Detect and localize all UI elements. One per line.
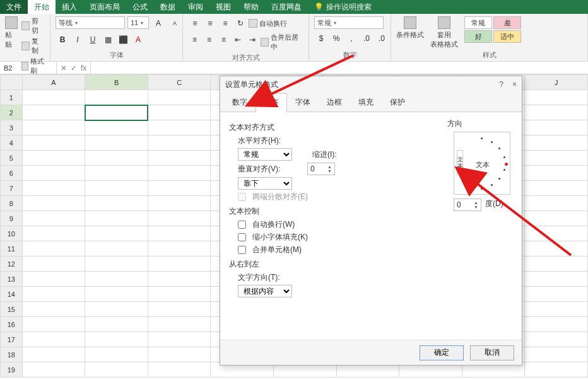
select-all-corner[interactable] xyxy=(1,75,23,90)
font-color-button[interactable]: A xyxy=(131,33,145,47)
cell[interactable] xyxy=(85,211,148,226)
cell[interactable] xyxy=(525,120,588,135)
orient-button[interactable]: ↻ xyxy=(233,16,247,30)
cancel-formula-icon[interactable]: ✕ xyxy=(61,64,67,72)
decrease-font-button[interactable]: A xyxy=(168,16,182,30)
copy-button[interactable]: 复制 xyxy=(21,37,45,55)
dialog-tab-number[interactable]: 数字 xyxy=(224,93,256,112)
row-header-16[interactable]: 16 xyxy=(1,317,23,332)
cell[interactable] xyxy=(85,120,148,135)
align-top-button[interactable]: ≡ xyxy=(188,16,202,30)
cell[interactable] xyxy=(22,196,85,211)
degree-spinner[interactable]: 0 ▲▼ xyxy=(454,199,481,211)
cell[interactable] xyxy=(148,347,211,362)
percent-button[interactable]: % xyxy=(329,32,343,45)
cell[interactable] xyxy=(22,287,85,302)
cell[interactable] xyxy=(85,317,148,332)
cell[interactable] xyxy=(85,166,148,181)
cell[interactable] xyxy=(22,105,85,120)
tab-view[interactable]: 视图 xyxy=(209,0,237,14)
italic-button[interactable]: I xyxy=(71,33,85,47)
increase-font-button[interactable]: A xyxy=(151,16,165,30)
cell[interactable] xyxy=(22,347,85,362)
cell[interactable] xyxy=(148,226,211,241)
cell[interactable] xyxy=(525,347,588,362)
cell[interactable] xyxy=(148,302,211,317)
underline-button[interactable]: U xyxy=(86,33,100,47)
h-align-select[interactable]: 常规 xyxy=(238,148,292,161)
row-header-15[interactable]: 15 xyxy=(1,302,23,317)
cell[interactable] xyxy=(85,151,148,166)
cell[interactable] xyxy=(148,196,211,211)
row-header-6[interactable]: 6 xyxy=(1,166,23,181)
align-middle-button[interactable]: ≡ xyxy=(203,16,217,30)
cell[interactable] xyxy=(22,302,85,317)
cell[interactable] xyxy=(148,105,211,120)
cell[interactable] xyxy=(85,90,148,105)
cell[interactable] xyxy=(22,166,85,181)
cancel-button[interactable]: 取消 xyxy=(470,345,514,360)
cell[interactable] xyxy=(148,332,211,347)
align-center-button[interactable]: ≡ xyxy=(203,33,216,47)
cell[interactable] xyxy=(525,105,588,120)
cell[interactable] xyxy=(85,135,148,151)
formula-input[interactable] xyxy=(91,62,588,74)
number-format-combo[interactable]: 常规▾ xyxy=(314,16,384,29)
row-header-18[interactable]: 18 xyxy=(1,347,23,362)
format-as-table-button[interactable]: 套用 表格格式 xyxy=(430,16,458,49)
cell[interactable] xyxy=(22,181,85,196)
cell[interactable] xyxy=(525,135,588,151)
cell[interactable] xyxy=(525,151,588,166)
orientation-dial[interactable]: 文本 文本 xyxy=(454,132,510,195)
cell[interactable] xyxy=(22,317,85,332)
cell[interactable] xyxy=(525,166,588,181)
row-header-9[interactable]: 9 xyxy=(1,211,23,226)
indent-spinner[interactable]: 0 ▲▼ xyxy=(307,163,335,175)
row-header-4[interactable]: 4 xyxy=(1,135,23,151)
row-header-7[interactable]: 7 xyxy=(1,181,23,196)
cell[interactable] xyxy=(22,241,85,256)
cell[interactable] xyxy=(148,317,211,332)
dec-decimal-button[interactable]: .0 xyxy=(375,32,389,45)
font-name-combo[interactable]: 等线▾ xyxy=(56,16,125,29)
fx-icon[interactable]: fx xyxy=(81,64,86,72)
vertical-text-button[interactable]: 文本 xyxy=(457,150,463,175)
cell[interactable] xyxy=(148,181,211,196)
cell[interactable] xyxy=(85,181,148,196)
cell[interactable] xyxy=(525,211,588,226)
v-align-select[interactable]: 靠下 xyxy=(238,177,292,190)
cell[interactable] xyxy=(85,302,148,317)
cell[interactable] xyxy=(525,272,588,287)
align-left-button[interactable]: ≡ xyxy=(188,33,201,47)
dialog-close-button[interactable]: × xyxy=(512,80,517,89)
cell[interactable] xyxy=(525,241,588,256)
wrap-text-checkbox[interactable] xyxy=(238,221,246,229)
col-header-A[interactable]: A xyxy=(22,75,85,90)
cell[interactable] xyxy=(525,287,588,302)
text-direction-select[interactable]: 根据内容 xyxy=(238,285,292,297)
row-header-13[interactable]: 13 xyxy=(1,272,23,287)
cell[interactable] xyxy=(22,120,85,135)
cell[interactable] xyxy=(148,256,211,272)
border-button[interactable]: ▦ xyxy=(101,33,115,47)
font-size-combo[interactable]: 11▾ xyxy=(127,16,149,29)
row-header-12[interactable]: 12 xyxy=(1,256,23,272)
dialog-tab-font[interactable]: 字体 xyxy=(287,93,319,112)
cell[interactable] xyxy=(525,317,588,332)
dialog-tab-protection[interactable]: 保护 xyxy=(382,93,413,112)
cell[interactable] xyxy=(525,362,588,377)
cell[interactable] xyxy=(148,287,211,302)
cell[interactable] xyxy=(22,272,85,287)
cell[interactable] xyxy=(148,151,211,166)
tab-review[interactable]: 审阅 xyxy=(182,0,209,14)
row-header-2[interactable]: 2 xyxy=(1,105,23,120)
dialog-help-button[interactable]: ? xyxy=(499,80,503,89)
cell[interactable] xyxy=(22,256,85,272)
style-good[interactable]: 好 xyxy=(464,30,492,43)
indent-inc-button[interactable]: ⇥ xyxy=(246,33,259,47)
cell[interactable] xyxy=(85,226,148,241)
tab-baidu[interactable]: 百度网盘 xyxy=(265,0,308,14)
dialog-tab-alignment[interactable]: 对齐 xyxy=(256,93,287,112)
cell[interactable] xyxy=(525,90,588,105)
paste-button[interactable]: 粘贴 xyxy=(5,16,18,49)
